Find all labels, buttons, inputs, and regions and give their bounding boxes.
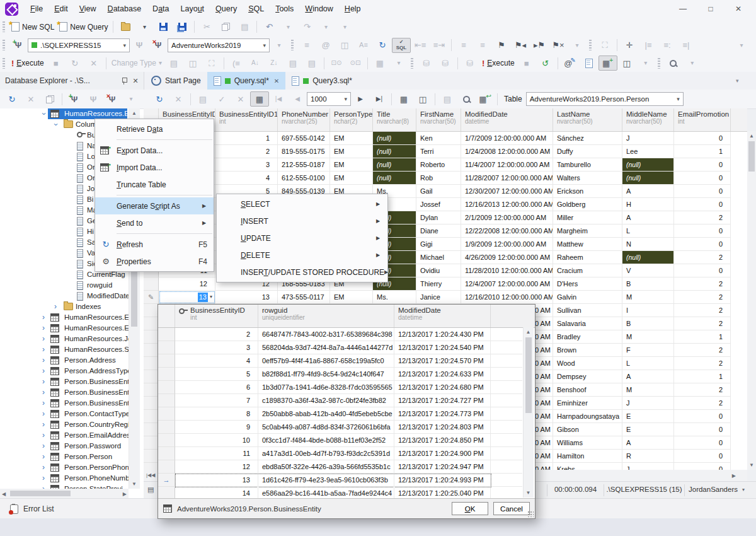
cell-emailpromotion[interactable]: 0 [674, 158, 731, 172]
tree-item-indexes[interactable]: ›Indexes [0, 301, 129, 312]
table-row[interactable]: 11697-555-0142EM(null)Ken1/7/2009 12:00:… [144, 132, 747, 145]
cell-businessentityid1[interactable]: 13 [215, 291, 278, 304]
cell-businessentityid1[interactable]: 1 [215, 132, 278, 145]
cell-lastname[interactable]: Miller [553, 211, 622, 224]
cell-persontype[interactable]: EM [330, 158, 373, 172]
tree-item-person-address[interactable]: ›Person.Address [0, 355, 129, 366]
status-user-dropdown-icon[interactable]: ▾ [742, 487, 745, 492]
chevron-collapsed-icon[interactable]: › [40, 355, 47, 366]
tree-item-person-businessentit[interactable]: ›Person.BusinessEntit [0, 398, 129, 409]
cell-businessentityid[interactable]: 2 [175, 328, 258, 341]
database-check-button[interactable]: ⛁ [461, 55, 479, 71]
context-menu-item-properties[interactable]: ⚙PropertiesF4 [95, 253, 214, 270]
row-list-button[interactable]: (≡ [227, 55, 246, 71]
table-combo[interactable]: AdventureWorks2019.Person.Person ▾ [526, 92, 684, 106]
cell-phonenumber[interactable]: 697-555-0142 [278, 132, 330, 145]
execute-script-button[interactable]: !Execute [479, 55, 517, 71]
cell-firstname[interactable]: Roberto [416, 158, 461, 172]
cell-emailpromotion[interactable]: 0 [674, 132, 731, 145]
cell-businessentityid[interactable]: 7 [175, 394, 258, 407]
cell-emailpromotion[interactable]: 1 [674, 370, 731, 383]
cell-rowguid[interactable]: 6648747f-7843-4002-b317-65389684c398 [258, 328, 394, 341]
popup-row-header[interactable] [158, 460, 175, 474]
chevron-collapsed-icon[interactable]: › [40, 334, 47, 344]
cell-rowguid[interactable]: 2b50abb8-abab-412b-a4d0-4fd5ebeb5cbe [258, 407, 394, 421]
menu-database[interactable]: Database [102, 4, 147, 13]
context-menu-item-update[interactable]: UPDATE▶ [217, 230, 387, 247]
context-menu-item-select[interactable]: SELECT▶ [217, 195, 387, 213]
cell-rowguid[interactable]: a417a3d1-00eb-4d7f-b793-f93dc2c5391d [258, 447, 394, 460]
popup-row[interactable]: 82b50abb8-abab-412b-a4d0-4fd5ebeb5cbe12/… [158, 407, 535, 421]
grid-view-button[interactable]: ▦ [370, 55, 389, 71]
cell-rowguid[interactable]: e586aa29-bc16-441b-a5aa-7fad4e9244c4 [258, 487, 394, 498]
toolbar-grip[interactable] [589, 40, 592, 50]
row-header[interactable] [144, 304, 159, 317]
next-bookmark-button[interactable]: ▸⚑ [530, 38, 549, 53]
cell-modifieddate[interactable]: 11/28/2007 12:00:00.000 AM [461, 172, 553, 185]
explorer-connect-button[interactable]: Ψ [84, 91, 103, 107]
stop-script-button[interactable]: ■ [517, 55, 536, 71]
context-menu-item-send-to[interactable]: Send to▶ [95, 214, 214, 231]
cell-title[interactable]: (null) [373, 145, 416, 158]
toolbar-grip[interactable] [3, 40, 5, 50]
cell-lastname[interactable]: Benshoof [553, 383, 622, 397]
cell-middlename[interactable]: M [622, 383, 674, 397]
chevron-collapsed-icon[interactable]: › [40, 323, 47, 334]
close-tab-icon[interactable]: ✕ [274, 78, 279, 84]
popup-row[interactable]: 40eff57b9-4f4f-41a6-8867-658c199a5fc012/… [158, 354, 535, 368]
split-layout-button[interactable]: ◫ [617, 55, 636, 71]
cell-middlename[interactable]: E [622, 410, 674, 423]
cell-emailpromotion[interactable]: 2 [674, 251, 731, 264]
chevron-collapsed-icon[interactable]: › [40, 398, 47, 409]
cell-title[interactable]: Ms. [373, 291, 416, 304]
refresh-button[interactable]: ↻ [373, 38, 392, 53]
explorer-stop-button[interactable]: ✕ [21, 91, 40, 107]
cell-modifieddate[interactable]: 12/16/2013 12:00:00.000 AM [461, 198, 553, 211]
minimize-button[interactable]: — [669, 4, 697, 13]
change-type-combo[interactable]: Change Type▾ [109, 55, 164, 71]
cell-modifieddate[interactable]: 12/13/2017 1:20:24.430 PM [394, 328, 491, 341]
cell-lastname[interactable]: Tamburello [553, 158, 622, 172]
clear-bookmarks-button[interactable]: ⚑× [549, 38, 568, 53]
cell-lastname[interactable]: Williams [553, 436, 622, 450]
cell-dropdown-icon[interactable]: ▾ [210, 291, 212, 303]
cell-modifieddate[interactable]: 12/13/2017 1:20:24.850 PM [394, 434, 491, 447]
cell-emailpromotion[interactable]: 2 [674, 344, 731, 357]
cell-firstname[interactable]: Rob [416, 172, 461, 185]
bookmark-button[interactable]: ⚑ [492, 38, 511, 53]
chevron-expanded-icon[interactable]: › [50, 122, 61, 128]
chevron-collapsed-icon[interactable]: › [40, 484, 47, 489]
grid-vertical-scrollbar[interactable]: ▲ ▼ [747, 131, 756, 470]
menu-window[interactable]: Window [299, 4, 338, 13]
snippets-button[interactable]: ◫ [335, 38, 354, 53]
cell-firstname[interactable]: Thierry [416, 277, 461, 291]
tree-item-person-countryregio[interactable]: ›Person.CountryRegio [0, 419, 129, 430]
cell-lastname[interactable]: Eminhizer [553, 397, 622, 410]
cell-firstname[interactable]: Terri [416, 145, 461, 158]
undo-button[interactable]: ↶ [260, 20, 278, 35]
context-menu-item-import-data[interactable]: ↗Import Data... [95, 159, 214, 176]
cell-firstname[interactable]: Ovidiu [416, 264, 461, 277]
cell-middlename[interactable]: A [622, 211, 674, 224]
cell-middlename[interactable]: A [622, 185, 674, 198]
toolbar-grip[interactable] [291, 40, 294, 50]
tree-item-person-person[interactable]: ›Person.Person [0, 452, 129, 462]
cell-persontype[interactable]: EM [330, 172, 373, 185]
cell-businessentityid1[interactable]: 4 [215, 172, 278, 185]
column-header-firstname[interactable]: FirstNamenvarchar(50) [416, 108, 461, 131]
table-row[interactable]: ✎13▾13473-555-0117EMMs.Janice12/16/2010 … [144, 291, 747, 304]
cancel-button[interactable]: ✕ [84, 55, 103, 71]
align-right-button[interactable]: ≡| [677, 38, 696, 53]
comment-button[interactable]: ≡ [454, 38, 473, 53]
cell-lastname[interactable]: Erickson [553, 185, 622, 198]
cell-businessentityid[interactable]: 5 [175, 368, 258, 381]
sort-ascending-button[interactable]: A↓ [246, 55, 265, 71]
cell-firstname[interactable]: Gigi [416, 238, 461, 251]
cell-emailpromotion[interactable]: 2 [674, 357, 731, 370]
cell-lastname[interactable]: D'Hers [553, 277, 622, 291]
tree-item-humanresources-shi[interactable]: ›HumanResources.Shi [0, 344, 129, 355]
cell-middlename[interactable]: H [622, 198, 674, 211]
cell-businessentityid[interactable]: 8 [175, 407, 258, 421]
editing-value[interactable]: 13 [198, 293, 208, 302]
column-header-persontype[interactable]: PersonTypenchar(2) [330, 108, 373, 131]
